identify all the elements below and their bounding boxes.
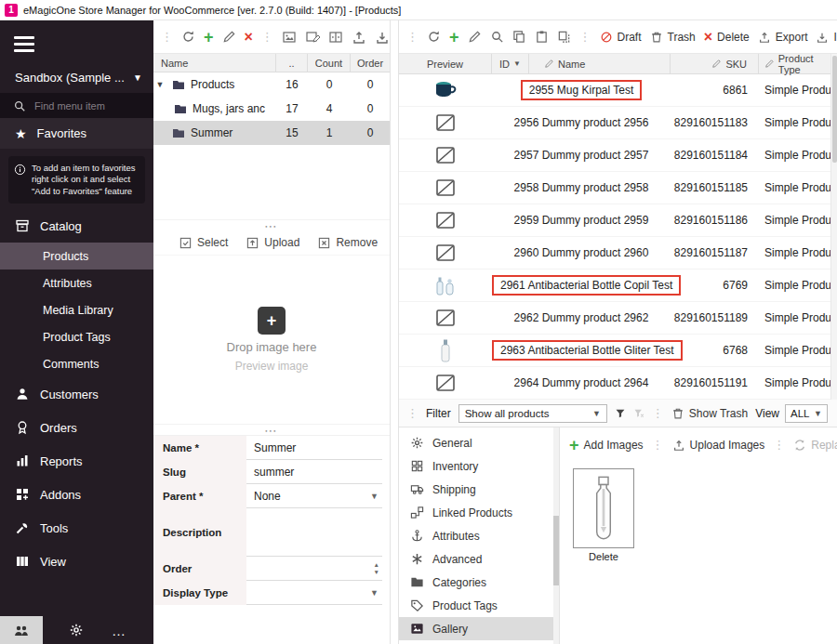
category-row-mugs[interactable]: Mugs, jars anc 17 4 0 (153, 97, 390, 121)
sidebar-item-reports[interactable]: Reports (0, 444, 153, 478)
edit-image-button[interactable] (305, 30, 320, 45)
sidebar-search[interactable] (0, 93, 153, 118)
column-header-product-name[interactable]: Name (529, 54, 671, 73)
paste-button[interactable] (535, 30, 549, 44)
sidebar-item-attributes[interactable]: Attributes (0, 269, 153, 296)
horizontal-splitter[interactable]: ⋯ (153, 424, 390, 435)
tab-inventory[interactable]: Inventory (399, 454, 553, 478)
favorites-item[interactable]: ★ Favorites (0, 118, 153, 149)
settings-button[interactable] (69, 623, 84, 637)
column-header-id[interactable]: .. (276, 54, 308, 72)
product-row[interactable]: 2961 Antibacterial Bottle Copil Test 676… (399, 269, 837, 302)
refresh-products-button[interactable] (427, 30, 441, 44)
add-product-button[interactable]: + (449, 31, 459, 44)
product-row[interactable]: 2960 Dummy product 2960 829160151187 Sim… (399, 237, 837, 269)
scrollbar-thumb[interactable] (553, 516, 559, 585)
delete-category-button[interactable]: × (245, 31, 253, 44)
search-products-button[interactable] (490, 30, 504, 44)
sidebar-item-addons[interactable]: Addons (0, 478, 153, 511)
expand-arrow-icon[interactable]: ▼ (153, 80, 166, 89)
products-scrollbar[interactable] (830, 54, 837, 400)
product-row[interactable]: 2964 Dummy product 2964 829160151191 Sim… (399, 367, 837, 400)
sidebar-item-media-library[interactable]: Media Library (0, 296, 153, 323)
export-categories-button[interactable] (352, 30, 366, 45)
apply-filter-icon[interactable] (615, 406, 626, 420)
sidebar-item-customers[interactable]: Customers (0, 377, 153, 411)
product-row[interactable]: 2962 Dummy product 2962 829160151189 Sim… (399, 302, 837, 335)
upload-images-button[interactable]: Upload Images (672, 439, 765, 452)
users-button[interactable] (0, 616, 43, 644)
draft-button[interactable]: Draft (600, 31, 642, 44)
product-row[interactable]: 2957 Dummy product 2957 829160151184 Sim… (399, 139, 837, 172)
column-header-name[interactable]: Name (153, 54, 276, 72)
column-header-count[interactable]: Count (308, 54, 351, 72)
clear-filter-icon[interactable] (633, 406, 644, 420)
import-categories-button[interactable] (375, 30, 390, 45)
product-row[interactable]: 2958 Dummy product 2958 829160151185 Sim… (399, 172, 837, 204)
scrollbar-thumb[interactable] (832, 56, 837, 163)
sidebar-item-orders[interactable]: Orders (0, 411, 153, 444)
slug-field[interactable] (254, 466, 382, 479)
show-trash-button[interactable]: Show Trash (671, 407, 748, 420)
display-type-select[interactable]: ▼ (246, 581, 382, 605)
product-row[interactable]: 2959 Dummy product 2959 829160151186 Sim… (399, 204, 837, 237)
category-row-products[interactable]: ▼ Products 16 0 0 (153, 72, 390, 97)
spinner-icon[interactable]: ▲▼ (374, 561, 379, 574)
tab-linked-products[interactable]: Linked Products (399, 501, 553, 524)
upload-image-action[interactable]: Upload (246, 236, 299, 249)
remove-image-action[interactable]: Remove (318, 236, 378, 249)
gallery-thumbnail[interactable] (573, 468, 634, 548)
trash-button[interactable]: Trash (650, 31, 696, 44)
edit-product-button[interactable] (468, 30, 482, 44)
view-dropdown[interactable]: ALL ▼ (785, 404, 828, 423)
sidebar-item-product-tags[interactable]: Product Tags (0, 323, 153, 350)
column-header-product-type[interactable]: Product Type (759, 54, 837, 73)
filter-dropdown[interactable]: Show all products ▼ (458, 404, 607, 423)
replace-image-button[interactable]: Replace image (793, 439, 837, 452)
import-button[interactable]: Import (816, 31, 837, 44)
product-row[interactable]: 2956 Dummy product 2956 829160151183 Sim… (399, 107, 837, 139)
gallery-item[interactable]: Delete (573, 468, 634, 562)
sidebar-item-catalog[interactable]: Catalog (0, 209, 153, 243)
category-row-summer[interactable]: Summer 15 1 0 (153, 121, 390, 145)
export-button[interactable]: Export (758, 31, 808, 44)
parent-select[interactable]: None ▼ (246, 484, 382, 508)
product-row[interactable]: 2955 Mug Kirpal Test 6861 Simple Produc (399, 74, 837, 107)
horizontal-splitter[interactable]: ⋯ (153, 219, 390, 230)
sidebar-item-comments[interactable]: Comments (0, 350, 153, 377)
duplicate-button[interactable] (557, 30, 571, 44)
select-image-button[interactable] (282, 30, 297, 45)
product-row[interactable]: 2963 Antibacterial Bottle Gliter Test 67… (399, 335, 837, 367)
description-field[interactable] (246, 508, 382, 557)
tab-advanced[interactable]: Advanced (399, 547, 553, 571)
sidebar-item-products[interactable]: Products (0, 243, 153, 269)
tab-attributes[interactable]: Attributes (399, 524, 553, 547)
tab-shipping[interactable]: Shipping (399, 478, 553, 501)
more-options-button[interactable]: … (112, 623, 126, 638)
tab-gallery[interactable]: Gallery (399, 617, 553, 640)
hamburger-menu-icon[interactable] (0, 20, 153, 63)
copy-button[interactable] (512, 30, 526, 44)
search-input[interactable] (34, 100, 137, 112)
name-field[interactable] (254, 441, 382, 454)
tab-general[interactable]: General (399, 431, 553, 454)
order-stepper[interactable]: ▲▼ (246, 557, 382, 581)
select-image-action[interactable]: Select (179, 236, 228, 249)
tab-categories[interactable]: Categories (399, 571, 553, 594)
add-category-button[interactable]: + (204, 31, 214, 44)
column-header-sku[interactable]: SKU (671, 54, 759, 73)
store-selector[interactable]: Sandbox (Sample ... ▼ (0, 63, 153, 93)
add-images-button[interactable]: + Add Images (569, 439, 644, 452)
column-header-order[interactable]: Order (351, 54, 390, 72)
column-header-id[interactable]: ID▼ (492, 54, 529, 73)
edit-category-button[interactable] (222, 30, 236, 44)
tab-product-tags[interactable]: Product Tags (399, 594, 553, 617)
image-drop-zone[interactable]: + Drop image here Preview image (153, 255, 390, 424)
column-header-preview[interactable]: Preview (399, 54, 492, 73)
tabs-scrollbar[interactable] (553, 427, 559, 644)
sidebar-item-tools[interactable]: Tools (0, 511, 153, 545)
delete-button[interactable]: × Delete (704, 31, 750, 44)
sidebar-item-view[interactable]: View (0, 545, 153, 578)
split-view-button[interactable] (328, 30, 343, 45)
refresh-categories-button[interactable] (181, 30, 195, 44)
